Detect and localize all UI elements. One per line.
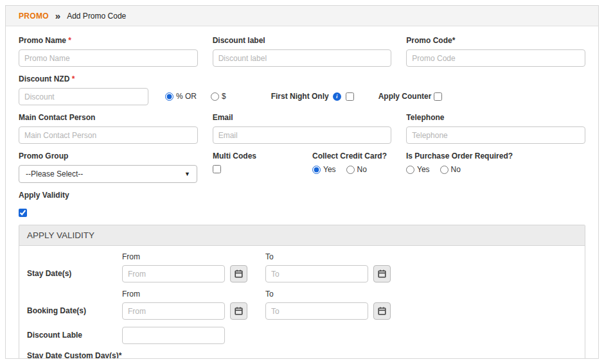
first-night-only-group: First Night Only i (271, 92, 354, 101)
info-icon[interactable]: i (333, 92, 341, 101)
first-night-only-checkbox[interactable] (346, 92, 354, 101)
discount-lable-input[interactable] (122, 327, 225, 344)
multi-codes-label: Multi Codes (213, 152, 312, 160)
telephone-input[interactable] (406, 126, 585, 144)
first-night-only-label: First Night Only (271, 92, 329, 101)
booking-from-group: From (122, 290, 247, 320)
booking-to-group: To (265, 290, 391, 320)
collect-credit-card-field: Collect Credit Card? Yes No (312, 152, 406, 183)
promo-group-select[interactable]: --Please Select-- ▼ (19, 165, 197, 183)
discount-type-dollar-label: $ (222, 92, 226, 101)
discount-type-dollar-radio[interactable] (211, 92, 219, 101)
booking-to-label: To (265, 290, 391, 299)
stay-dates-label: Stay Date(s) (27, 269, 122, 282)
apply-validity-field: Apply Validity (19, 191, 585, 217)
stay-to-input[interactable] (265, 265, 368, 282)
discount-nzd-label: Discount NZD * (19, 74, 148, 83)
discount-nzd-input[interactable] (19, 88, 148, 105)
calendar-icon (235, 307, 243, 315)
collect-credit-card-yes-radio[interactable] (312, 166, 321, 174)
brand-promo-label: PROMO (19, 12, 49, 21)
stay-from-calendar-button[interactable] (230, 265, 247, 282)
row-2: Discount NZD * % OR $ First Night Only i… (19, 74, 585, 105)
purchase-order-yes-radio[interactable] (406, 166, 414, 174)
breadcrumb-chevron-icon: » (55, 11, 60, 21)
apply-validity-checkbox[interactable] (19, 209, 27, 217)
stay-date-custom-days-label: Stay Date Custom Day(s)* (27, 351, 577, 359)
multi-codes-checkbox[interactable] (213, 165, 221, 173)
telephone-label: Telephone (406, 113, 585, 122)
collect-credit-card-label: Collect Credit Card? (312, 152, 406, 160)
discount-type-percent-radio[interactable] (165, 92, 173, 101)
apply-validity-panel: APPLY VALIDITY Stay Date(s) From (19, 225, 585, 359)
discount-type-percent-label: % OR (176, 92, 197, 101)
email-input[interactable] (213, 126, 392, 144)
purchase-order-no-radio[interactable] (440, 166, 449, 174)
main-contact-label: Main Contact Person (19, 113, 198, 122)
calendar-icon (378, 270, 386, 278)
apply-counter-label: Apply Counter (378, 92, 432, 101)
promo-group-label: Promo Group (19, 152, 197, 160)
collect-credit-card-options: Yes No (312, 165, 406, 174)
apply-counter-group: Apply Counter (378, 92, 443, 101)
stay-to-group: To (265, 252, 391, 282)
promo-name-field: Promo Name * (19, 36, 198, 67)
discount-label-label: Discount label (213, 36, 392, 45)
discount-lable-group (122, 327, 225, 344)
booking-dates-label: Booking Date(s) (27, 306, 122, 320)
collect-credit-card-no-label: No (357, 165, 367, 174)
telephone-field: Telephone (406, 113, 585, 144)
collect-credit-card-no-radio[interactable] (346, 166, 355, 174)
booking-dates-row: Booking Date(s) From To (27, 290, 577, 320)
apply-validity-panel-body: Stay Date(s) From To (19, 246, 585, 359)
promo-name-label: Promo Name * (19, 36, 198, 45)
discount-lable-row: Discount Lable (27, 327, 577, 344)
promo-code-label: Promo Code* (406, 36, 585, 45)
booking-to-calendar-button[interactable] (373, 302, 391, 320)
discount-type-dollar-option: $ (211, 92, 226, 101)
promo-group-selected-value: --Please Select-- (26, 169, 83, 178)
apply-counter-checkbox[interactable] (434, 92, 442, 101)
calendar-icon (378, 307, 386, 315)
promo-code-input[interactable] (406, 49, 585, 67)
add-promo-code-page: PROMO » Add Promo Code Promo Name * Disc… (5, 5, 599, 359)
booking-to-input[interactable] (265, 302, 368, 320)
email-field: Email (213, 113, 392, 144)
purchase-order-yes-label: Yes (417, 165, 430, 174)
purchase-order-options: Yes No (406, 165, 585, 174)
stay-from-group: From (122, 252, 247, 282)
promo-name-label-text: Promo Name (19, 36, 66, 45)
discount-label-input[interactable] (213, 49, 392, 67)
collect-credit-card-yes-label: Yes (323, 165, 336, 174)
stay-from-input[interactable] (122, 265, 225, 282)
row-1: Promo Name * Discount label Promo Code* (19, 36, 585, 67)
promo-name-input[interactable] (19, 49, 198, 67)
booking-from-input[interactable] (122, 302, 225, 320)
discount-lable-label: Discount Lable (27, 331, 122, 344)
calendar-icon (235, 270, 243, 278)
discount-label-field: Discount label (213, 36, 392, 67)
apply-validity-panel-title: APPLY VALIDITY (19, 225, 585, 246)
row-3: Main Contact Person Email Telephone (19, 113, 585, 144)
multi-codes-field: Multi Codes (213, 152, 312, 183)
discount-nzd-label-text: Discount NZD (19, 74, 69, 83)
discount-type-percent-option: % OR (165, 92, 197, 101)
email-label: Email (213, 113, 392, 122)
discount-nzd-required-mark: * (69, 74, 75, 83)
stay-dates-row: Stay Date(s) From To (27, 252, 577, 282)
main-contact-input[interactable] (19, 126, 198, 144)
stay-to-label: To (265, 252, 391, 261)
breadcrumb: PROMO » Add Promo Code (6, 6, 598, 26)
chevron-down-icon: ▼ (184, 171, 190, 177)
multi-codes-option (213, 165, 312, 173)
purchase-order-field: Is Purchase Order Required? Yes No (406, 152, 585, 183)
purchase-order-no-label: No (451, 165, 461, 174)
row-4: Promo Group --Please Select-- ▼ Multi Co… (19, 152, 585, 183)
promo-code-field: Promo Code* (406, 36, 585, 67)
form-content: Promo Name * Discount label Promo Code* … (6, 26, 598, 359)
page-title: Add Promo Code (67, 12, 126, 21)
stay-from-label: From (122, 252, 247, 261)
stay-to-calendar-button[interactable] (373, 265, 391, 282)
apply-validity-label: Apply Validity (19, 191, 585, 200)
booking-from-calendar-button[interactable] (230, 302, 247, 320)
